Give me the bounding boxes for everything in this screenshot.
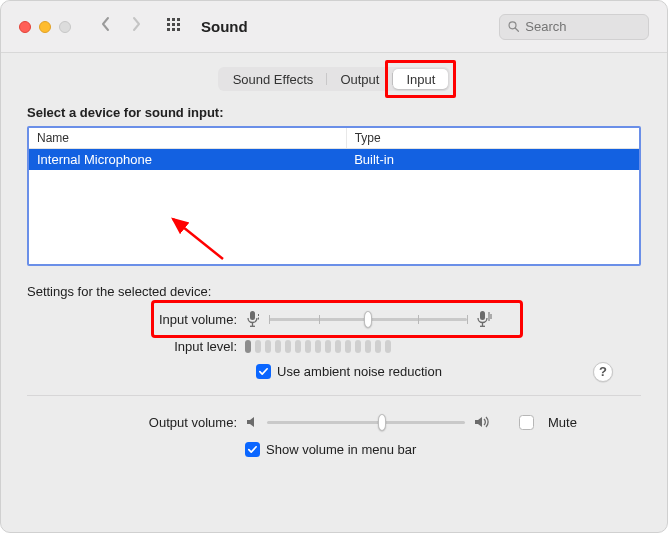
titlebar: Sound [1,1,667,53]
level-bar [355,340,361,353]
window-controls [19,21,71,33]
svg-rect-17 [480,311,485,320]
mute-label: Mute [548,415,577,430]
level-bar [275,340,281,353]
level-bar [265,340,271,353]
menubar-row: Show volume in menu bar [27,442,641,457]
microphone-low-icon [245,310,261,328]
svg-rect-1 [172,18,175,21]
content-area: Sound Effects Output Input Select a devi… [1,53,667,532]
device-row-internal-microphone[interactable]: Internal Microphone Built-in [29,149,639,171]
ambient-noise-row: Use ambient noise reduction ? [27,364,641,379]
level-bar [295,340,301,353]
svg-rect-8 [177,28,180,31]
nav-back-button[interactable] [95,16,117,37]
volume-low-icon [245,415,259,429]
show-volume-menubar-label: Show volume in menu bar [266,442,416,457]
tabs-segmented-control: Sound Effects Output Input [218,67,451,91]
divider [27,395,641,396]
close-window-button[interactable] [19,21,31,33]
col-name: Name [29,128,346,149]
level-bar [385,340,391,353]
table-header-row: Name Type [29,128,639,149]
level-bar [325,340,331,353]
input-level-meter [245,340,391,353]
search-input[interactable] [525,19,640,34]
ambient-noise-checkbox[interactable] [256,364,271,379]
svg-rect-0 [167,18,170,21]
svg-rect-2 [177,18,180,21]
select-device-label: Select a device for sound input: [27,105,641,120]
level-bar [285,340,291,353]
output-volume-slider[interactable] [267,412,465,432]
input-volume-label: Input volume: [27,312,245,327]
input-volume-row: Input volume: [27,309,641,329]
microphone-high-icon [475,310,493,328]
level-bar [315,340,321,353]
tab-output[interactable]: Output [327,69,392,89]
show-volume-menubar-checkbox[interactable] [245,442,260,457]
zoom-window-button[interactable] [59,21,71,33]
device-name: Internal Microphone [29,149,346,171]
output-volume-label: Output volume: [27,415,245,430]
settings-for-device-label: Settings for the selected device: [27,284,641,299]
output-volume-row: Output volume: Mute [27,412,641,432]
mute-checkbox[interactable] [519,415,534,430]
sound-preferences-window: Sound Sound Effects Output Input Select … [0,0,668,533]
svg-rect-7 [172,28,175,31]
input-level-label: Input level: [27,339,245,354]
input-level-row: Input level: [27,339,641,354]
tabs-row: Sound Effects Output Input [27,67,641,91]
level-bar [335,340,341,353]
level-bar [345,340,351,353]
svg-rect-4 [172,23,175,26]
minimize-window-button[interactable] [39,21,51,33]
ambient-noise-label: Use ambient noise reduction [277,364,442,379]
svg-rect-3 [167,23,170,26]
col-type: Type [346,128,639,149]
device-table: Name Type Internal Microphone Built-in [27,126,641,266]
level-bar [245,340,251,353]
device-type: Built-in [346,149,639,171]
level-bar [375,340,381,353]
nav-forward-button[interactable] [125,16,147,37]
level-bar [365,340,371,353]
input-volume-slider[interactable] [269,309,467,329]
tab-input[interactable]: Input [393,69,448,89]
all-preferences-grid-button[interactable] [163,18,185,36]
search-icon [508,20,519,33]
svg-rect-6 [167,28,170,31]
tab-sound-effects[interactable]: Sound Effects [220,69,327,89]
svg-line-10 [515,28,518,31]
window-title: Sound [201,18,491,35]
level-bar [255,340,261,353]
svg-rect-5 [177,23,180,26]
search-field[interactable] [499,14,649,40]
volume-high-icon [473,415,493,429]
level-bar [305,340,311,353]
svg-rect-12 [250,311,255,320]
help-button[interactable]: ? [593,362,613,382]
